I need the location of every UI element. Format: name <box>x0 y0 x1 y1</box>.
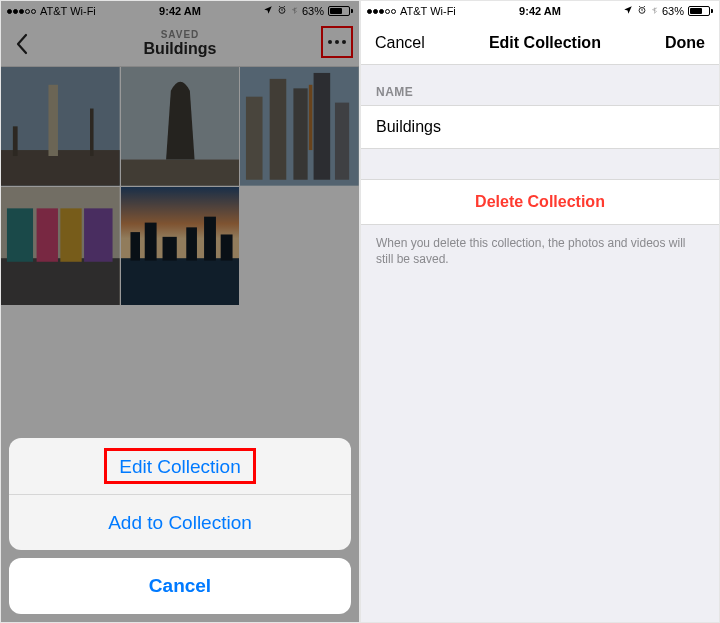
cancel-button[interactable]: Cancel <box>375 34 425 52</box>
phone-right-edit-collection: AT&T Wi-Fi 9:42 AM 63% Cancel Edit Colle… <box>360 0 720 623</box>
bluetooth-icon <box>651 5 658 18</box>
name-input[interactable] <box>376 118 704 136</box>
battery-percent-label: 63% <box>662 5 684 17</box>
done-button[interactable]: Done <box>665 34 705 52</box>
action-cancel[interactable]: Cancel <box>9 558 351 614</box>
name-input-row[interactable] <box>361 105 719 149</box>
action-cancel-label: Cancel <box>149 575 211 597</box>
signal-dots-icon <box>367 9 396 14</box>
delete-collection-button[interactable]: Delete Collection <box>361 179 719 225</box>
action-sheet: Edit Collection Add to Collection Cancel <box>9 438 351 614</box>
action-edit-collection[interactable]: Edit Collection <box>9 438 351 494</box>
statusbar-right: AT&T Wi-Fi 9:42 AM 63% <box>361 1 719 21</box>
battery-icon <box>688 6 713 16</box>
phone-left-saved-collection: AT&T Wi-Fi 9:42 AM 63% <box>0 0 360 623</box>
delete-footer-note: When you delete this collection, the pho… <box>361 225 719 277</box>
action-add-to-collection[interactable]: Add to Collection <box>9 494 351 550</box>
carrier-label: AT&T Wi-Fi <box>400 5 456 17</box>
action-edit-label: Edit Collection <box>104 448 255 484</box>
edit-header: Cancel Edit Collection Done <box>361 21 719 65</box>
edit-title: Edit Collection <box>489 34 601 52</box>
alarm-icon <box>637 5 647 17</box>
name-section-label: NAME <box>361 65 719 105</box>
clock-label: 9:42 AM <box>519 5 561 17</box>
action-add-label: Add to Collection <box>108 512 252 534</box>
location-icon <box>623 5 633 17</box>
